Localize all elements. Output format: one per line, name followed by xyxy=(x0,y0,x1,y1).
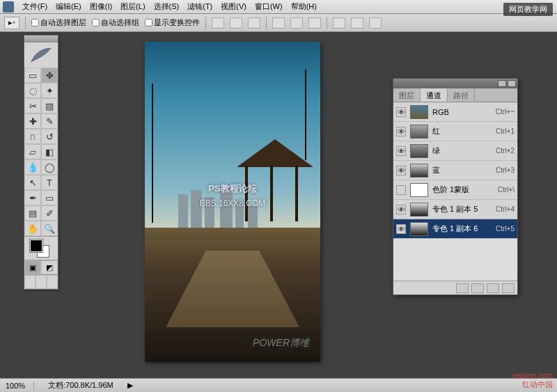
align-button[interactable] xyxy=(230,17,242,29)
channel-name: RGB xyxy=(432,108,492,116)
auto-select-group-checkbox[interactable]: 自动选择组 xyxy=(92,17,139,28)
screen-mode-icon[interactable] xyxy=(36,275,47,289)
menu-image[interactable]: 图像(I) xyxy=(86,1,116,12)
app-feather-icon xyxy=(24,42,58,68)
channel-row[interactable]: 👁专色 1 副本 5Ctrl+4 xyxy=(393,200,517,219)
wand-tool-icon[interactable]: ✦ xyxy=(41,83,58,98)
channel-name: 蓝 xyxy=(432,165,492,175)
shape-tool-icon[interactable]: ▭ xyxy=(41,190,58,205)
panel-grip[interactable] xyxy=(24,36,58,42)
menu-help[interactable]: 帮助(H) xyxy=(287,1,321,12)
hand-tool-icon[interactable]: ✋ xyxy=(24,221,41,236)
notes-tool-icon[interactable]: ▤ xyxy=(24,205,41,221)
visibility-eye-icon[interactable]: 👁 xyxy=(396,185,406,195)
eraser-tool-icon[interactable]: ▱ xyxy=(24,144,41,159)
close-icon[interactable] xyxy=(508,80,516,87)
screen-mode-icon[interactable] xyxy=(24,275,36,289)
visibility-eye-icon[interactable]: 👁 xyxy=(396,146,406,156)
document-canvas[interactable]: PS教程论坛 BBS.16XX8.COM POWER博维 xyxy=(145,42,320,362)
channel-thumbnail xyxy=(410,203,428,217)
save-selection-icon[interactable] xyxy=(471,283,484,293)
new-channel-icon[interactable] xyxy=(487,283,499,293)
zoom-level[interactable]: 100% xyxy=(6,382,34,390)
distribute-button[interactable] xyxy=(369,17,382,29)
align-button[interactable] xyxy=(308,17,321,29)
foreground-color[interactable] xyxy=(30,240,42,252)
separator xyxy=(205,17,206,29)
zoom-tool-icon[interactable]: 🔍 xyxy=(41,221,58,236)
auto-select-layer-checkbox[interactable]: 自动选择图层 xyxy=(31,17,86,28)
menu-layer[interactable]: 图层(L) xyxy=(116,1,149,12)
blur-tool-icon[interactable]: 💧 xyxy=(24,159,41,175)
align-button[interactable] xyxy=(272,17,285,29)
separator xyxy=(266,17,267,29)
load-selection-icon[interactable] xyxy=(456,283,469,293)
menu-select[interactable]: 选择(S) xyxy=(150,1,184,12)
channel-row[interactable]: 👁红Ctrl+1 xyxy=(393,122,517,141)
minimize-icon[interactable] xyxy=(498,80,506,87)
channel-shortcut: Ctrl+1 xyxy=(496,127,515,135)
channel-shortcut: Ctrl+~ xyxy=(496,108,515,116)
panel-tabs: 图层 通道 路径 xyxy=(393,88,517,102)
channel-name: 色阶 1蒙版 xyxy=(432,185,494,195)
history-brush-tool-icon[interactable]: ↺ xyxy=(41,129,58,144)
eyedropper-tool-icon[interactable]: ✐ xyxy=(41,205,58,221)
crop-tool-icon[interactable]: ✂ xyxy=(24,98,41,113)
menu-edit[interactable]: 编辑(E) xyxy=(52,1,86,12)
type-tool-icon[interactable]: T xyxy=(41,175,58,190)
show-transform-checkbox[interactable]: 显示变换控件 xyxy=(145,17,200,28)
page-watermark: 网页教学网 xyxy=(503,3,553,16)
visibility-eye-icon[interactable]: 👁 xyxy=(396,166,406,175)
visibility-eye-icon[interactable]: 👁 xyxy=(396,107,406,117)
align-button[interactable] xyxy=(290,17,303,29)
channel-shortcut: Ctrl+2 xyxy=(496,147,515,155)
channel-row[interactable]: 👁RGBCtrl+~ xyxy=(393,102,517,122)
align-button[interactable] xyxy=(212,17,224,29)
menu-window[interactable]: 窗口(W) xyxy=(251,1,287,12)
panel-footer xyxy=(393,281,517,295)
panel-titlebar[interactable] xyxy=(393,79,517,88)
current-tool-icon[interactable]: ▸+ xyxy=(4,17,19,29)
align-button[interactable] xyxy=(248,17,260,29)
slice-tool-icon[interactable]: ▨ xyxy=(41,98,58,113)
marquee-tool-icon[interactable]: ▭ xyxy=(24,68,41,83)
move-tool-icon[interactable]: ✥ xyxy=(41,68,58,83)
distribute-button[interactable] xyxy=(351,17,363,29)
quickmask-mode-icon[interactable]: ◩ xyxy=(41,260,58,274)
heal-tool-icon[interactable]: ✚ xyxy=(24,113,41,129)
pen-tool-icon[interactable]: ✒ xyxy=(24,190,41,205)
tab-layers[interactable]: 图层 xyxy=(393,88,421,102)
tab-channels[interactable]: 通道 xyxy=(421,88,448,102)
channel-row[interactable]: 👁蓝Ctrl+3 xyxy=(393,161,517,180)
path-tool-icon[interactable]: ↖ xyxy=(24,175,41,190)
distribute-button[interactable] xyxy=(333,17,345,29)
separator xyxy=(327,17,327,29)
visibility-eye-icon[interactable]: 👁 xyxy=(396,205,406,214)
channel-shortcut: Ctrl+4 xyxy=(496,205,515,213)
menu-file[interactable]: 文件(F) xyxy=(18,1,52,12)
panel-empty-area xyxy=(393,239,517,281)
channel-row[interactable]: 👁色阶 1蒙版Ctrl+\ xyxy=(393,180,517,200)
tab-paths[interactable]: 路径 xyxy=(448,88,475,102)
watermark-text: BBS.16XX8.COM xyxy=(145,198,320,208)
standard-mode-icon[interactable]: ▣ xyxy=(24,260,41,274)
channel-thumbnail xyxy=(410,222,428,236)
brush-tool-icon[interactable]: ✎ xyxy=(41,113,58,129)
menu-filter[interactable]: 滤镜(T) xyxy=(183,1,217,12)
color-swatches[interactable] xyxy=(24,236,58,260)
channel-shortcut: Ctrl+\ xyxy=(498,186,515,194)
gradient-tool-icon[interactable]: ◧ xyxy=(41,144,58,159)
screen-mode-icon[interactable] xyxy=(47,275,58,289)
channel-row[interactable]: 👁绿Ctrl+2 xyxy=(393,141,517,161)
status-arrow-icon[interactable]: ▶ xyxy=(127,381,133,390)
channel-row[interactable]: 👁专色 1 副本 6Ctrl+5 xyxy=(393,219,517,239)
channel-name: 专色 1 副本 6 xyxy=(432,224,492,234)
visibility-eye-icon[interactable]: 👁 xyxy=(396,224,406,234)
channels-panel: 图层 通道 路径 👁RGBCtrl+~👁红Ctrl+1👁绿Ctrl+2👁蓝Ctr… xyxy=(393,78,518,295)
visibility-eye-icon[interactable]: 👁 xyxy=(396,127,406,136)
delete-channel-icon[interactable] xyxy=(502,283,515,293)
stamp-tool-icon[interactable]: ⎍ xyxy=(24,129,41,144)
dodge-tool-icon[interactable]: ◯ xyxy=(41,159,58,175)
lasso-tool-icon[interactable]: ◌ xyxy=(24,83,41,98)
menu-view[interactable]: 视图(V) xyxy=(217,1,251,12)
